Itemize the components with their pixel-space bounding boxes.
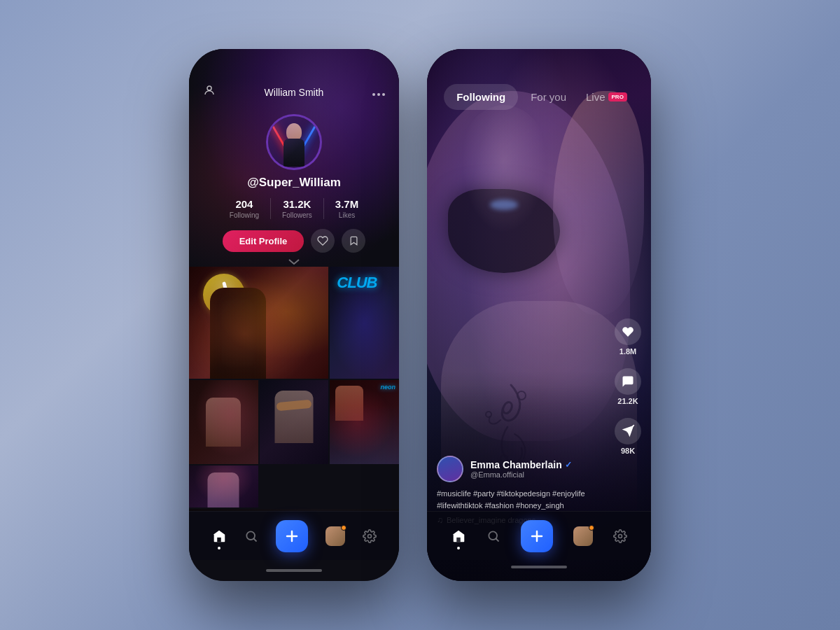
creator-avatar[interactable] bbox=[437, 456, 463, 482]
bottom-nav-left bbox=[189, 511, 399, 560]
feed-actions: 1.8M 21.2K 98K bbox=[615, 318, 641, 455]
svg-point-13 bbox=[489, 531, 498, 540]
right-phone: Following For you Live PRO 1.8M bbox=[427, 49, 651, 581]
svg-rect-4 bbox=[218, 537, 222, 541]
svg-point-3 bbox=[382, 93, 385, 96]
stat-likes: 3.7M Likes bbox=[335, 198, 358, 219]
stat-following: 204 Following bbox=[230, 198, 259, 219]
heart-action-button[interactable] bbox=[311, 229, 335, 253]
svg-point-5 bbox=[247, 531, 255, 540]
verified-icon: ✓ bbox=[565, 460, 572, 470]
svg-rect-12 bbox=[457, 537, 461, 541]
creator-handle: @Emma.official bbox=[470, 470, 599, 479]
creator-info: Emma Chamberlain ✓ @Emma.official bbox=[437, 456, 599, 482]
share-count: 98K bbox=[621, 447, 635, 455]
left-phone: William Smith @Super_William bbox=[189, 49, 399, 581]
home-indicator-right bbox=[427, 556, 651, 578]
profile-stats: 204 Following 31.2K Followers 3.7M Likes bbox=[189, 198, 399, 219]
followers-label: Followers bbox=[282, 211, 312, 219]
share-icon bbox=[615, 418, 641, 444]
bookmark-action-button[interactable] bbox=[342, 229, 365, 253]
pro-badge: PRO bbox=[608, 92, 627, 102]
svg-point-14 bbox=[618, 534, 622, 538]
tab-live[interactable]: Live PRO bbox=[579, 87, 634, 107]
following-count: 204 bbox=[230, 198, 259, 210]
grid-photo-4[interactable] bbox=[260, 380, 329, 464]
live-label: Live bbox=[586, 91, 606, 103]
nav-search-left[interactable] bbox=[244, 529, 258, 543]
tab-following[interactable]: Following bbox=[444, 84, 518, 110]
likes-count: 3.7M bbox=[335, 198, 358, 210]
like-count: 1.8M bbox=[620, 347, 636, 356]
followers-count: 31.2K bbox=[282, 198, 312, 210]
comment-icon bbox=[615, 368, 641, 395]
photo-grid: CLUB neon bbox=[189, 267, 399, 511]
stat-followers: 31.2K Followers bbox=[282, 198, 312, 219]
home-indicator-left bbox=[189, 560, 399, 581]
bottom-nav-right bbox=[427, 511, 651, 560]
comment-count: 21.2K bbox=[617, 397, 638, 405]
svg-point-0 bbox=[207, 86, 211, 90]
avatar-wrap bbox=[189, 114, 399, 170]
like-action[interactable]: 1.8M bbox=[615, 318, 641, 356]
tab-for-you[interactable]: For you bbox=[518, 84, 579, 110]
neon-text: CLUB bbox=[337, 274, 377, 292]
more-icon[interactable] bbox=[372, 85, 385, 99]
feed-header: Following For you Live PRO bbox=[427, 49, 651, 110]
edit-profile-button[interactable]: Edit Profile bbox=[223, 230, 304, 252]
likes-label: Likes bbox=[335, 211, 358, 219]
nav-search-right[interactable] bbox=[486, 529, 500, 543]
nav-home-right[interactable] bbox=[451, 528, 466, 544]
grid-photo-2[interactable]: CLUB bbox=[330, 267, 399, 379]
grid-photo-6[interactable] bbox=[189, 465, 258, 507]
page-title: William Smith bbox=[265, 87, 324, 98]
nav-settings-left[interactable] bbox=[363, 529, 377, 543]
following-label: Following bbox=[230, 211, 259, 219]
grid-photo-1[interactable] bbox=[189, 267, 328, 379]
chevron-down-icon[interactable] bbox=[189, 258, 399, 265]
add-button-left[interactable] bbox=[276, 520, 308, 552]
nav-profile-right[interactable] bbox=[573, 526, 593, 546]
grid-photo-3[interactable] bbox=[189, 380, 258, 464]
share-action[interactable]: 98K bbox=[615, 418, 641, 455]
nav-home-left[interactable] bbox=[211, 528, 227, 544]
comment-action[interactable]: 21.2K bbox=[615, 368, 641, 405]
person-icon[interactable] bbox=[203, 84, 216, 100]
profile-header: William Smith bbox=[189, 49, 399, 107]
nav-profile-left[interactable] bbox=[326, 526, 345, 546]
svg-point-2 bbox=[377, 93, 380, 96]
svg-point-1 bbox=[372, 93, 375, 96]
creator-name-wrap: Emma Chamberlain ✓ @Emma.official bbox=[470, 459, 599, 479]
avatar[interactable] bbox=[266, 114, 322, 170]
profile-actions: Edit Profile bbox=[189, 229, 399, 253]
grid-photo-7[interactable] bbox=[189, 509, 399, 511]
creator-name-text: Emma Chamberlain bbox=[470, 459, 562, 470]
nav-settings-right[interactable] bbox=[613, 529, 627, 543]
svg-point-6 bbox=[368, 534, 371, 538]
heart-icon bbox=[615, 318, 641, 345]
svg-marker-11 bbox=[622, 426, 634, 438]
feed-tags: #musiclife #party #tiktokреdesign #enjoy… bbox=[437, 488, 599, 511]
grid-photo-5[interactable]: neon bbox=[330, 380, 399, 464]
creator-name: Emma Chamberlain ✓ bbox=[470, 459, 599, 470]
add-button-right[interactable] bbox=[521, 520, 553, 552]
username: @Super_William bbox=[189, 176, 399, 190]
